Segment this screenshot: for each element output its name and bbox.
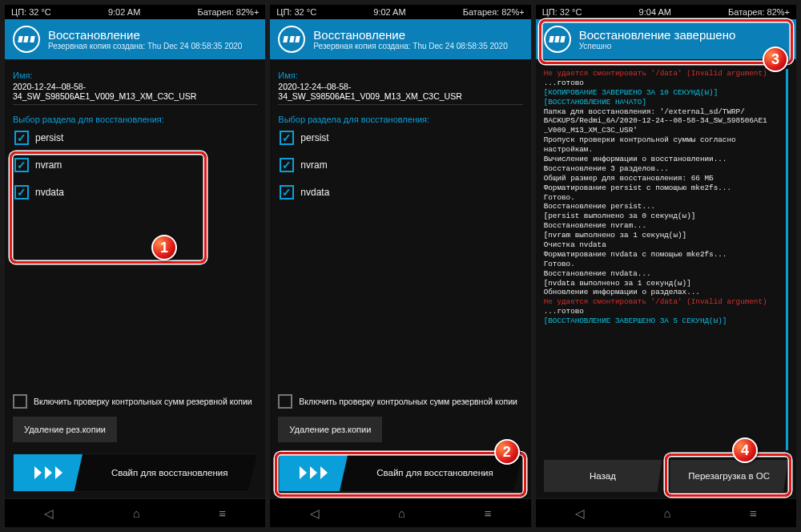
partition-nvdata[interactable]: ✓nvdata (13, 182, 257, 203)
log-output: Не удается смонтировать '/data' (Invalid… (544, 69, 788, 450)
page-subtitle: Резервная копия создана: Thu Dec 24 08:5… (313, 42, 507, 50)
page-title: Восстановление (48, 28, 242, 42)
home-icon[interactable]: ⌂ (663, 506, 670, 520)
chevron-right-icon (45, 466, 52, 479)
back-icon[interactable]: ◁ (44, 506, 54, 521)
partition-list: ✓persist ✓nvram ✓nvdata (278, 127, 522, 203)
md5-check-label: Включить проверку контрольных сумм резер… (299, 397, 517, 406)
chevron-right-icon (320, 466, 328, 479)
swipe-to-restore[interactable]: Свайп для восстановления (278, 453, 522, 492)
twrp-logo-icon (278, 26, 305, 53)
md5-check-row[interactable]: ✓ Включить проверку контрольных сумм рез… (278, 394, 522, 409)
status-bar: ЦП: 32 °C 9:02 AM Батарея: 82%+ (270, 5, 530, 19)
home-icon[interactable]: ⌂ (398, 506, 405, 520)
page-title: Восстановление (313, 28, 507, 42)
swipe-to-restore[interactable]: Свайп для восстановления (13, 453, 257, 492)
back-icon[interactable]: ◁ (575, 506, 585, 521)
battery-status: Батарея: 82%+ (728, 7, 790, 17)
battery-status: Батарея: 82%+ (463, 7, 525, 17)
nav-bar: ◁ ⌂ ≡ (536, 498, 796, 527)
partition-section-label: Выбор раздела для восстановления: (13, 115, 257, 124)
app-header: Восстановление Резервная копия создана: … (270, 19, 530, 59)
chevron-right-icon (34, 466, 42, 479)
checkbox-icon[interactable]: ✓ (280, 185, 294, 200)
partition-list: ✓persist ✓nvram ✓nvdata (13, 127, 257, 203)
nav-bar: ◁ ⌂ ≡ (270, 498, 530, 527)
name-label: Имя: (278, 71, 522, 80)
menu-icon[interactable]: ≡ (219, 506, 226, 520)
backup-name: 2020-12-24--08-58-34_SW_S98506AE1_V009_M… (13, 82, 257, 105)
screen-3: ЦП: 32 °C 9:04 AM Батарея: 82%+ Восстано… (536, 5, 796, 527)
partition-nvdata[interactable]: ✓nvdata (278, 182, 522, 203)
chevron-right-icon (300, 466, 307, 479)
reboot-button[interactable]: Перезагрузка в ОС (670, 460, 788, 492)
clock: 9:02 AM (108, 7, 140, 17)
nav-bar: ◁ ⌂ ≡ (5, 498, 265, 527)
partition-nvram[interactable]: ✓nvram (278, 155, 522, 175)
partition-persist[interactable]: ✓persist (278, 127, 522, 148)
menu-icon[interactable]: ≡ (750, 506, 757, 520)
cpu-temp: ЦП: 32 °C (542, 7, 582, 17)
checkbox-icon[interactable]: ✓ (14, 185, 29, 200)
cpu-temp: ЦП: 32 °C (276, 7, 316, 17)
app-header: Восстановление Резервная копия создана: … (5, 19, 265, 59)
swipe-handle[interactable] (279, 454, 348, 491)
chevron-right-icon (310, 466, 317, 479)
md5-check-row[interactable]: ✓ Включить проверку контрольных сумм рез… (13, 394, 257, 409)
delete-backup-button[interactable]: Удаление рез.копии (278, 417, 382, 442)
status-bar: ЦП: 32 °C 9:04 AM Батарея: 82%+ (536, 5, 796, 19)
home-icon[interactable]: ⌂ (133, 506, 140, 520)
chevron-right-icon (55, 466, 62, 479)
checkbox-icon[interactable]: ✓ (13, 394, 27, 409)
page-subtitle: Резервная копия создана: Thu Dec 24 08:5… (48, 42, 242, 50)
main-content: Имя: 2020-12-24--08-58-34_SW_S98506AE1_V… (270, 59, 530, 498)
swipe-label: Свайп для восстановления (348, 468, 521, 478)
clock: 9:02 AM (373, 7, 405, 17)
checkbox-icon[interactable]: ✓ (278, 394, 292, 409)
partition-persist[interactable]: ✓persist (13, 127, 257, 148)
delete-backup-button[interactable]: Удаление рез.копии (13, 417, 117, 442)
cpu-temp: ЦП: 32 °C (11, 7, 51, 17)
backup-name: 2020-12-24--08-58-34_SW_S98506AE1_V009_M… (278, 82, 522, 105)
swipe-label: Свайп для восстановления (83, 468, 256, 478)
main-content: Не удается смонтировать '/data' (Invalid… (536, 59, 796, 498)
app-header: Восстановление завершено Успешно (536, 19, 796, 59)
battery-status: Батарея: 82%+ (197, 7, 259, 17)
twrp-logo-icon (13, 26, 40, 53)
main-content: Имя: 2020-12-24--08-58-34_SW_S98506AE1_V… (5, 59, 265, 498)
md5-check-label: Включить проверку контрольных сумм резер… (34, 397, 252, 406)
page-subtitle: Успешно (579, 42, 736, 50)
page-title: Восстановление завершено (579, 28, 736, 42)
name-label: Имя: (13, 71, 257, 80)
status-bar: ЦП: 32 °C 9:02 AM Батарея: 82%+ (5, 5, 265, 19)
swipe-handle[interactable] (14, 454, 83, 491)
checkbox-icon[interactable]: ✓ (280, 158, 294, 172)
back-button[interactable]: Назад (544, 460, 662, 492)
checkbox-icon[interactable]: ✓ (14, 158, 29, 172)
back-icon[interactable]: ◁ (310, 506, 320, 521)
screen-2: ЦП: 32 °C 9:02 AM Батарея: 82%+ Восстано… (270, 5, 530, 527)
menu-icon[interactable]: ≡ (485, 506, 492, 520)
partition-section-label: Выбор раздела для восстановления: (278, 115, 522, 124)
partition-nvram[interactable]: ✓nvram (13, 155, 257, 175)
clock: 9:04 AM (639, 7, 671, 17)
checkbox-icon[interactable]: ✓ (14, 131, 29, 145)
twrp-logo-icon (544, 26, 571, 53)
checkbox-icon[interactable]: ✓ (280, 131, 294, 145)
screen-1: ЦП: 32 °C 9:02 AM Батарея: 82%+ Восстано… (5, 5, 265, 527)
